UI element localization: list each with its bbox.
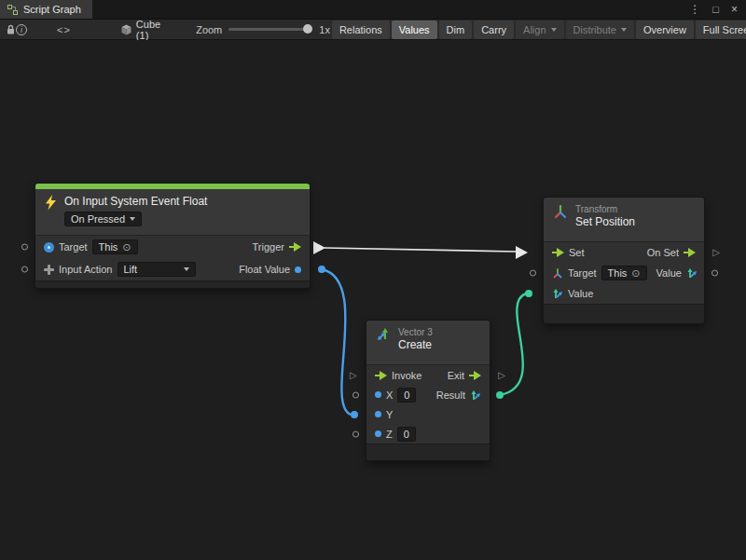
dim-button[interactable]: Dim <box>439 20 473 39</box>
y-port-icon[interactable] <box>375 411 381 417</box>
align-label: Align <box>523 24 546 35</box>
tab-title: Script Graph <box>23 4 81 15</box>
target-type-icon <box>44 242 54 253</box>
port-invoke-input[interactable]: ▷ <box>350 370 357 379</box>
node-header: On Input System Event Float On Pressed <box>35 189 310 236</box>
chevron-down-icon <box>551 28 557 32</box>
event-mode-dropdown[interactable]: On Pressed <box>64 212 142 226</box>
carry-button[interactable]: Carry <box>474 20 514 39</box>
value-output-label: Value <box>656 267 682 279</box>
node-footer <box>35 280 310 288</box>
full-screen-button[interactable]: Full Screen <box>696 20 746 39</box>
value-input-label: Value <box>568 288 593 299</box>
wire-trigger-to-set[interactable] <box>313 241 528 259</box>
script-graph-icon <box>7 5 18 15</box>
z-value-field[interactable]: 0 <box>397 427 416 442</box>
float-value-output-port[interactable] <box>295 266 301 273</box>
target-object-value: This <box>99 241 118 253</box>
x-port-icon[interactable] <box>375 391 381 398</box>
node-title: Set Position <box>575 215 635 228</box>
chevron-down-icon <box>184 267 189 271</box>
graph-breadcrumb[interactable]: Cube (1) <box>121 19 160 41</box>
node-footer <box>544 304 704 323</box>
row-z: Z 0 <box>366 424 490 444</box>
z-label: Z <box>386 429 393 440</box>
cube-icon <box>121 24 131 35</box>
window-menu-icon[interactable]: ⋮ <box>689 4 700 15</box>
node-title: Create <box>398 338 433 351</box>
exit-port-icon[interactable] <box>469 371 481 380</box>
value-input-port[interactable] <box>552 288 563 299</box>
invoke-port-icon[interactable] <box>375 371 387 380</box>
node-vector3-create[interactable]: Vector 3 Create ▷ Invoke Exit ▷ X 0 Resu… <box>366 321 490 460</box>
value-output-port[interactable] <box>686 267 698 279</box>
node-on-input-system-event-float[interactable]: On Input System Event Float On Pressed T… <box>35 184 310 288</box>
z-port-icon[interactable] <box>375 430 381 437</box>
transform-target-value: This <box>608 267 628 279</box>
port-exit-output[interactable]: ▷ <box>498 370 505 379</box>
move-gizmo-icon <box>552 267 563 279</box>
row-invoke: ▷ Invoke Exit ▷ <box>366 365 490 385</box>
x-label: X <box>386 389 393 401</box>
node-title: On Input System Event Float <box>64 195 207 208</box>
graph-canvas[interactable]: On Input System Event Float On Pressed T… <box>0 40 746 560</box>
on-set-label: On Set <box>647 247 679 258</box>
trigger-label: Trigger <box>253 241 284 253</box>
maximize-icon[interactable]: □ <box>712 5 719 15</box>
object-picker-icon: ⊙ <box>631 268 640 279</box>
target-object-field[interactable]: This ⊙ <box>92 239 138 254</box>
port-x-input[interactable] <box>352 391 359 398</box>
vector3-icon <box>376 327 391 342</box>
node-header: Vector 3 Create <box>366 321 490 365</box>
input-action-icon <box>44 265 54 275</box>
close-icon[interactable]: × <box>731 4 738 15</box>
node-transform-set-position[interactable]: Transform Set Position Set On Set ▷ <box>544 198 704 323</box>
port-target-input[interactable] <box>21 244 28 251</box>
distribute-button[interactable]: Distribute <box>566 20 634 39</box>
row-transform-target: Target This ⊙ Value <box>544 263 704 283</box>
values-button[interactable]: Values <box>392 20 437 39</box>
zoom-slider[interactable] <box>228 28 312 31</box>
on-set-port-icon[interactable] <box>684 248 696 257</box>
tab-script-graph[interactable]: Script Graph <box>0 0 92 19</box>
row-set: Set On Set ▷ <box>544 242 704 263</box>
node-category: Transform <box>575 204 635 214</box>
overview-button[interactable]: Overview <box>636 20 694 39</box>
transform-icon <box>553 204 568 219</box>
chevron-down-icon <box>621 28 627 32</box>
row-input-action: Input Action Lift Float Value <box>35 258 310 280</box>
row-target: Target This ⊙ Trigger <box>35 236 310 258</box>
zoom-slider-knob[interactable] <box>303 24 312 34</box>
chevron-down-icon <box>130 217 135 221</box>
input-action-label: Input Action <box>59 264 113 275</box>
target-label: Target <box>59 241 88 253</box>
input-action-dropdown[interactable]: Lift <box>117 262 196 277</box>
result-output-port[interactable] <box>470 389 481 401</box>
node-footer <box>366 444 490 460</box>
lock-icon[interactable] <box>6 20 16 39</box>
lightning-icon <box>45 195 57 211</box>
port-value-output[interactable] <box>711 270 718 277</box>
info-icon[interactable] <box>16 20 27 39</box>
code-ports-icon[interactable]: <> <box>57 24 71 35</box>
align-button[interactable]: Align <box>516 20 563 39</box>
wire-result-to-value[interactable] <box>496 290 532 399</box>
port-on-set-output[interactable]: ▷ <box>712 248 720 257</box>
set-port-icon[interactable] <box>552 248 564 257</box>
node-category: Vector 3 <box>398 327 433 337</box>
input-action-value: Lift <box>124 264 138 275</box>
trigger-output-port[interactable] <box>289 242 301 252</box>
port-z-input[interactable] <box>352 430 359 437</box>
x-value-field[interactable]: 0 <box>397 388 416 403</box>
transform-target-field[interactable]: This ⊙ <box>601 266 647 280</box>
y-label: Y <box>386 409 393 420</box>
object-picker-icon: ⊙ <box>122 242 131 253</box>
float-value-label: Float Value <box>239 264 290 275</box>
relations-button[interactable]: Relations <box>332 20 390 39</box>
port-transform-target-input[interactable] <box>530 270 536 277</box>
distribute-label: Distribute <box>573 24 616 35</box>
row-y: Y <box>366 404 490 424</box>
graph-toolbar: <> Cube (1) Zoom 1x Relations Values Dim… <box>0 20 746 40</box>
port-input-action[interactable] <box>21 266 28 273</box>
row-x: X 0 Result <box>366 385 490 404</box>
